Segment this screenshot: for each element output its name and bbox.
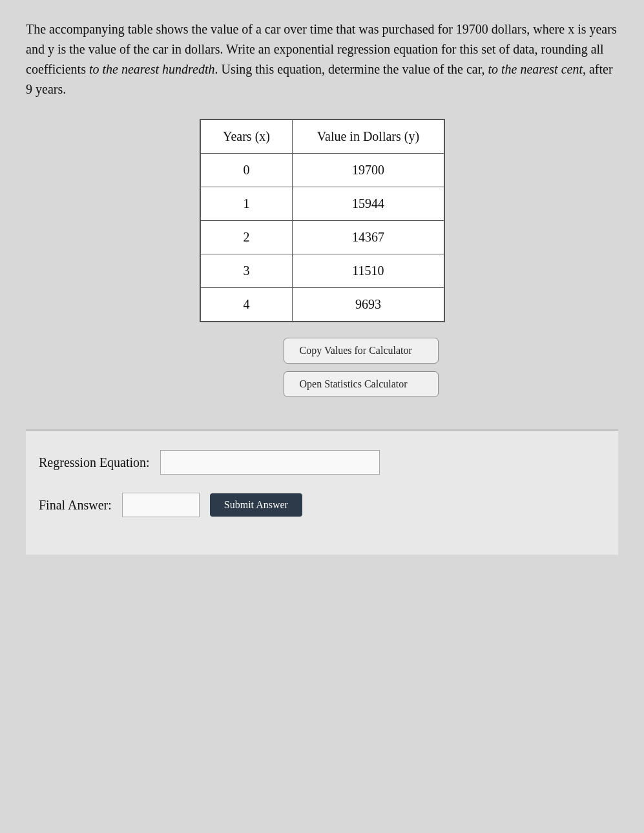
value-cell: 9693	[293, 288, 444, 322]
main-container: The accompanying table shows the value o…	[26, 19, 618, 555]
table-row: 115944	[200, 187, 444, 221]
years-cell: 4	[200, 288, 293, 322]
final-answer-label: Final Answer:	[39, 498, 112, 513]
buttons-section: Copy Values for Calculator Open Statisti…	[284, 338, 439, 397]
years-cell: 0	[200, 154, 293, 187]
problem-italic2: to the nearest cent	[488, 62, 583, 76]
regression-input[interactable]	[160, 450, 380, 475]
value-cell: 14367	[293, 221, 444, 254]
problem-italic1: to the nearest hundredth	[89, 62, 215, 76]
problem-text-part2: . Using this equation, determine the val…	[215, 62, 488, 76]
col2-header: Value in Dollars (y)	[293, 119, 444, 154]
value-cell: 15944	[293, 187, 444, 221]
table-row: 019700	[200, 154, 444, 187]
years-cell: 1	[200, 187, 293, 221]
data-table: Years (x) Value in Dollars (y) 019700115…	[200, 119, 445, 322]
regression-equation-row: Regression Equation:	[39, 450, 605, 475]
answer-section: Regression Equation: Final Answer: Submi…	[26, 429, 618, 555]
table-row: 311510	[200, 254, 444, 288]
regression-label: Regression Equation:	[39, 455, 150, 470]
value-cell: 11510	[293, 254, 444, 288]
years-cell: 2	[200, 221, 293, 254]
open-statistics-calculator-button[interactable]: Open Statistics Calculator	[284, 371, 439, 397]
table-row: 214367	[200, 221, 444, 254]
final-answer-row: Final Answer: Submit Answer	[39, 493, 605, 517]
years-cell: 3	[200, 254, 293, 288]
value-cell: 19700	[293, 154, 444, 187]
table-section: Years (x) Value in Dollars (y) 019700115…	[26, 119, 618, 397]
final-answer-input[interactable]	[122, 493, 200, 517]
col1-header: Years (x)	[200, 119, 293, 154]
submit-button[interactable]: Submit Answer	[210, 493, 302, 517]
table-row: 49693	[200, 288, 444, 322]
copy-values-button[interactable]: Copy Values for Calculator	[284, 338, 439, 364]
problem-text: The accompanying table shows the value o…	[26, 19, 618, 99]
